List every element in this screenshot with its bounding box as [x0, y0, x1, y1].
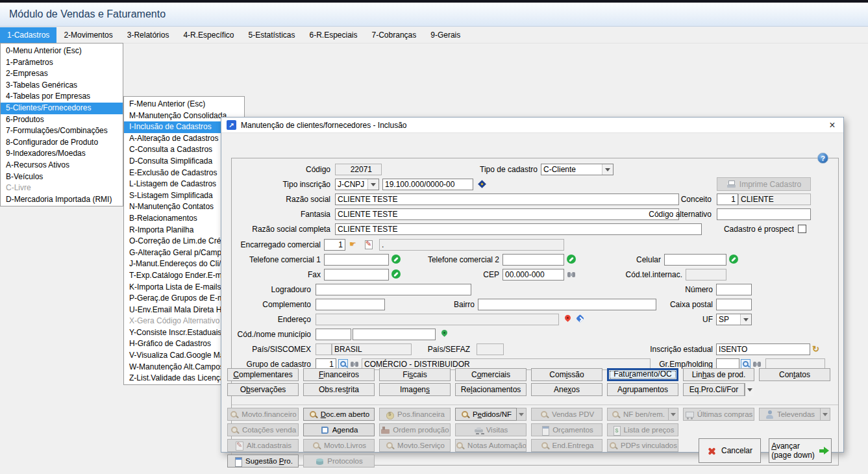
razao-social-completa-field[interactable]: CLIENTE TESTE — [335, 223, 702, 235]
chevron-down-icon[interactable] — [669, 408, 678, 421]
uf-select[interactable]: SP — [716, 314, 752, 325]
hand-pick-icon[interactable] — [349, 240, 359, 249]
menu-item-4-tabelas-por-empresas[interactable]: 4-Tabelas por Empresas — [1, 91, 123, 103]
button-cell: Lista de preços — [607, 423, 678, 436]
menu-item-2-empresas[interactable]: 2-Empresas — [1, 68, 123, 80]
menu-7-cobrancas[interactable]: 7-Cobranças — [365, 27, 424, 43]
menu-item-5-clientes-fornecedores[interactable]: 5-Clientes/Fornecedores — [1, 103, 123, 114]
codigo-alternativo-field[interactable] — [717, 208, 811, 220]
chevron-down-icon[interactable] — [740, 314, 751, 325]
tipo-cadastro-select[interactable]: C-Cliente — [541, 164, 614, 175]
caixa-postal-field[interactable] — [716, 299, 752, 310]
tab-faturamento-oc[interactable]: Faturamento/OC — [607, 368, 678, 381]
directions-icon[interactable] — [576, 314, 586, 324]
tipo-inscricao-select[interactable]: J-CNPJ — [335, 179, 379, 190]
phone-icon[interactable] — [567, 255, 576, 264]
complemento-field[interactable] — [316, 299, 385, 310]
uf-label: UF — [615, 314, 713, 325]
separator — [232, 405, 838, 405]
menu-5-estatisticas[interactable]: 5-Estatísticas — [241, 27, 302, 43]
cancel-button[interactable]: Cancelar — [699, 438, 761, 463]
tab-complementares[interactable]: Complementares — [227, 368, 299, 381]
close-icon[interactable]: × — [821, 119, 843, 131]
menu-item-7-formulacoes-combinacoes[interactable]: 7-Formulações/Combinações — [1, 125, 123, 137]
menu-item-0-menu-anterior-esc[interactable]: 0-Menu Anterior (Esc) — [1, 45, 123, 57]
menu-item-9-indexadores-moedas[interactable]: 9-Indexadores/Moedas — [1, 148, 123, 160]
edit-icon[interactable] — [364, 240, 373, 249]
numero-field[interactable] — [716, 284, 752, 295]
binoculars-icon[interactable] — [350, 359, 360, 369]
drum-icon — [315, 456, 325, 466]
alt-cadastrais-button: Alt.cadastrais — [227, 439, 299, 452]
menu-item-1-parametros[interactable]: 1-Parâmetros — [1, 57, 123, 69]
municipio-name-field[interactable] — [353, 329, 436, 340]
button-cell: Obs.restrita — [303, 383, 375, 396]
tab-observacoes[interactable]: Observações — [227, 383, 299, 396]
tab-comissao[interactable]: Comissão — [531, 368, 602, 381]
menu-6-r-especiais[interactable]: 6-R.Especiais — [303, 27, 365, 43]
chevron-down-icon[interactable] — [602, 164, 613, 175]
agenda-button[interactable]: Agenda — [303, 423, 375, 436]
phone-icon[interactable] — [729, 255, 738, 264]
tab-financeiros[interactable]: Financeiros — [303, 368, 375, 381]
menu-1-cadastros[interactable]: 1-Cadastros — [0, 27, 56, 43]
sugestao-pro-button[interactable]: Sugestão Pro. — [227, 455, 299, 468]
tab-linhas-de-prod[interactable]: Linhas de prod. — [683, 368, 754, 381]
municipio-code-field[interactable] — [316, 329, 351, 340]
prospect-checkbox[interactable] — [798, 225, 806, 233]
cep-field[interactable]: 00.000-000 — [502, 269, 564, 281]
telefone2-label: Telefone comercial 2 — [402, 254, 499, 266]
refresh-icon[interactable] — [812, 344, 821, 354]
map-pin-green-icon[interactable] — [440, 329, 449, 339]
menu-item-f-menu-anterior-esc[interactable]: F-Menu Anterior (Esc) — [124, 99, 244, 110]
menu-4-r-especifico[interactable]: 4-R.Específico — [176, 27, 241, 43]
tab-imagens[interactable]: Imagens — [379, 383, 451, 396]
chevron-down-icon[interactable] — [517, 408, 527, 421]
inscricao-estadual-label: Inscrição estadual — [615, 343, 713, 355]
advance-button[interactable]: Avançar(page down) — [769, 438, 832, 463]
menu-item-a-recursos-ativos[interactable]: A-Recursos Ativos — [1, 160, 123, 171]
tab-comerciais[interactable]: Comerciais — [455, 368, 527, 381]
conceito-code-field[interactable]: 1 — [717, 193, 738, 205]
celular-field[interactable] — [664, 254, 726, 266]
menu-item-6-produtos[interactable]: 6-Produtos — [1, 114, 123, 126]
tab-anexos[interactable]: Anexos — [531, 383, 602, 396]
menu-3-relatorios[interactable]: 3-Relatórios — [120, 27, 177, 43]
logradouro-field[interactable] — [316, 284, 471, 295]
map-pin-icon[interactable] — [563, 314, 573, 324]
telefone2-field[interactable] — [502, 254, 564, 266]
tab-relacionamentos[interactable]: Relacionamentos — [455, 383, 527, 396]
telefone1-field[interactable] — [324, 254, 389, 266]
search-icon[interactable] — [338, 359, 348, 369]
binoculars-icon[interactable] — [752, 359, 762, 369]
menu-item-d-mercadoria-importada-rmi[interactable]: D-Mercadoria Importada (RMI) — [1, 194, 123, 206]
menu-item-b-veiculos[interactable]: B-Veículos — [1, 171, 123, 183]
tab-obs-restrita[interactable]: Obs.restrita — [303, 383, 375, 396]
menu-2-movimentos[interactable]: 2-Movimentos — [56, 27, 119, 43]
phone-icon[interactable] — [391, 255, 401, 264]
menu-item-3-tabelas-genericas[interactable]: 3-Tabelas Genéricas — [1, 80, 123, 92]
pedidos-nf-button[interactable]: Pedidos/NF — [455, 408, 517, 421]
phone-icon[interactable] — [391, 269, 401, 279]
button-cell: Eq.Pro.Cli/For — [683, 383, 754, 396]
chevron-down-icon[interactable] — [367, 179, 378, 190]
menu-item-8-configurador-de-produto[interactable]: 8-Configurador de Produto — [1, 137, 123, 149]
tab-eq-pro-cli-for[interactable]: Eq.Pro.Cli/For — [683, 383, 745, 396]
tab-fiscais[interactable]: Fiscais — [379, 368, 451, 381]
chevron-down-icon[interactable] — [821, 408, 830, 421]
help-icon[interactable]: ? — [817, 153, 828, 164]
chevron-down-icon[interactable] — [745, 383, 754, 396]
encarregado-code-field[interactable]: 1 — [324, 239, 345, 251]
app-titlebar: Módulo de Vendas e Faturamento — [0, 3, 868, 27]
televendas-button: Televendas — [759, 408, 821, 421]
inscricao-estadual-field[interactable]: ISENTO — [716, 343, 810, 355]
menu-9-gerais[interactable]: 9-Gerais — [423, 27, 467, 43]
cnpj-field[interactable]: 19.100.000/0000-00 — [382, 179, 473, 190]
car-icon — [474, 425, 484, 435]
doc-em-aberto-button[interactable]: Doc.em aberto — [303, 408, 375, 421]
fax-field[interactable] — [324, 269, 389, 281]
binoculars-icon[interactable] — [567, 269, 577, 279]
search-icon[interactable] — [741, 359, 750, 369]
tab-agrupamentos[interactable]: Agrupamentos — [607, 383, 678, 396]
tab-contatos[interactable]: Contatos — [759, 368, 830, 381]
